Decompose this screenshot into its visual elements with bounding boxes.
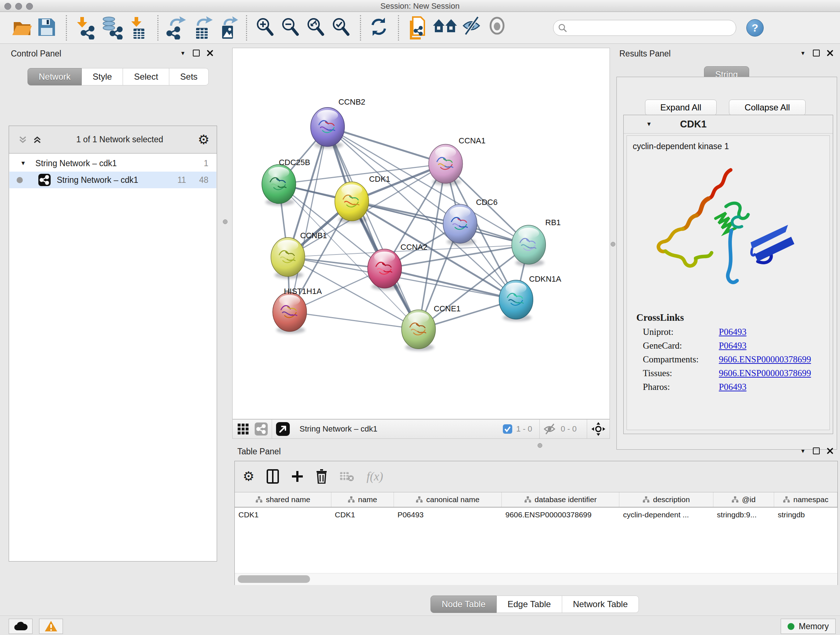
panel-float-icon[interactable]	[813, 448, 820, 454]
node-label-CCNA2: CCNA2	[401, 242, 427, 252]
crosslink-link[interactable]: P06493	[719, 340, 746, 351]
apply-layout-button[interactable]	[369, 16, 390, 40]
crosslink-row: Pharos:P06493	[643, 382, 829, 392]
table-cell[interactable]: CDK1	[332, 508, 394, 522]
tab-sets[interactable]: Sets	[169, 68, 209, 86]
crosslink-link[interactable]: 9606.ENSP00000378699	[719, 368, 811, 378]
hidden-eye-icon[interactable]	[543, 423, 557, 435]
tab-network[interactable]: Network	[27, 68, 82, 86]
import-table-button[interactable]	[128, 16, 149, 40]
hide-selected-button[interactable]	[462, 16, 483, 40]
table-cell[interactable]: 9606.ENSP00000378699	[502, 508, 619, 522]
column-header-shared-name[interactable]: shared name	[235, 492, 332, 507]
gear-icon[interactable]: ⚙	[198, 133, 210, 146]
import-network-from-database-button[interactable]	[100, 16, 124, 40]
tab-style[interactable]: Style	[82, 68, 123, 86]
save-icon	[37, 16, 57, 38]
node-RB1[interactable]: RB1	[512, 218, 561, 266]
node-CCNB2[interactable]: CCNB2	[311, 97, 365, 149]
tab-select[interactable]: Select	[123, 68, 169, 86]
crosslink-link[interactable]: P06493	[719, 382, 746, 392]
warnings-button[interactable]	[39, 619, 63, 634]
node-CDKN1A[interactable]: CDKN1A	[499, 274, 561, 321]
zoom-selected-button[interactable]	[331, 16, 352, 40]
table-cell[interactable]: stringdb:9...	[714, 508, 774, 522]
panel-menu-icon[interactable]: ▼	[800, 50, 806, 56]
collapse-all-button[interactable]: Collapse All	[729, 100, 806, 116]
zoom-fit-button[interactable]	[306, 16, 327, 40]
node-HIST1H1A[interactable]: HIST1H1A	[273, 287, 322, 334]
panel-menu-icon[interactable]: ▼	[180, 50, 186, 56]
memory-button[interactable]: Memory	[781, 619, 836, 634]
zoom-out-button[interactable]	[280, 16, 302, 40]
collapse-all-chevron-icon[interactable]	[19, 135, 27, 144]
panel-close-icon[interactable]	[827, 448, 833, 454]
network-collection-row[interactable]: ▼ String Network – cdk1 1	[9, 155, 216, 172]
zoom-in-button[interactable]	[255, 16, 276, 40]
column-header-canonical-name[interactable]: canonical name	[394, 492, 502, 507]
selected-checkbox-icon[interactable]	[502, 424, 513, 434]
node-CCNB1[interactable]: CCNB1	[271, 231, 327, 279]
control-panel: Control Panel ▼ NetworkStyleSelectSets 1…	[0, 44, 224, 615]
expand-all-button[interactable]: Expand All	[645, 100, 717, 116]
vertical-splitter-grip[interactable]	[223, 219, 227, 224]
column-header-namespac[interactable]: namespac	[774, 492, 837, 507]
tab-edge-table[interactable]: Edge Table	[497, 595, 562, 613]
edge-CDK1-RB1[interactable]	[352, 201, 529, 245]
edge-CCNB2-CCNE1[interactable]	[328, 127, 419, 329]
column-header-@id[interactable]: @id	[714, 492, 774, 507]
network-row-selected[interactable]: String Network – cdk1 11 48	[9, 172, 216, 188]
column-header-description[interactable]: description	[619, 492, 714, 507]
crosslink-link[interactable]: 9606.ENSP00000378699	[719, 355, 811, 364]
table-cell[interactable]: cyclin-dependent ...	[619, 508, 714, 522]
column-header-database-identifier[interactable]: database identifier	[502, 492, 619, 507]
panel-menu-icon[interactable]: ▼	[800, 448, 806, 454]
table-cell[interactable]: stringdb	[774, 508, 837, 522]
panel-float-icon[interactable]	[813, 50, 820, 57]
disclosure-triangle-icon[interactable]: ▼	[20, 160, 26, 166]
panel-close-icon[interactable]	[207, 50, 213, 56]
panel-float-icon[interactable]	[193, 50, 200, 57]
cloud-status-button[interactable]	[9, 619, 33, 634]
show-columns-icon[interactable]	[267, 469, 279, 484]
edge-CCNB2-CCNA1[interactable]	[328, 127, 446, 164]
table-cell[interactable]: P06493	[394, 508, 502, 522]
show-all-button[interactable]	[487, 16, 508, 40]
gene-section-header[interactable]: ▼ CDK1	[624, 115, 833, 134]
crosslink-link[interactable]: P06493	[719, 327, 746, 337]
detach-view-icon[interactable]	[276, 422, 290, 436]
disclosure-triangle-icon[interactable]: ▼	[646, 121, 652, 127]
import-network-button[interactable]	[75, 16, 96, 40]
network-canvas[interactable]: CCNB2CCNA1CDC25BCDK1CDC6RB1CCNB1CCNA2CDK…	[232, 48, 610, 419]
toolbar-divider	[587, 420, 587, 439]
first-neighbors-button[interactable]	[432, 16, 458, 40]
table-horizontal-scrollbar[interactable]	[235, 573, 837, 585]
grid-view-icon[interactable]	[237, 423, 249, 435]
search-input[interactable]	[567, 21, 736, 35]
export-image-button[interactable]	[217, 16, 238, 40]
table-cell[interactable]: CDK1	[235, 508, 332, 522]
help-button[interactable]: ?	[746, 19, 764, 36]
clone-network-button[interactable]	[407, 16, 428, 40]
panel-close-icon[interactable]	[827, 50, 833, 56]
network-view-icon[interactable]	[254, 422, 268, 436]
node-CDK1[interactable]: CDK1	[335, 174, 390, 223]
table-settings-gear-icon[interactable]: ⚙	[243, 470, 254, 483]
column-header-name[interactable]: name	[332, 492, 394, 507]
expand-all-chevron-icon[interactable]	[33, 135, 42, 144]
tab-node-table[interactable]: Node Table	[431, 595, 497, 613]
edge-CCNB2-HIST1H1A[interactable]	[290, 127, 328, 312]
table-row[interactable]: CDK1CDK1P064939606.ENSP00000378699cyclin…	[235, 508, 837, 522]
scrollbar-thumb[interactable]	[238, 575, 310, 583]
open-session-button[interactable]	[11, 16, 33, 40]
export-network-button[interactable]	[166, 16, 187, 40]
node-CCNA1[interactable]: CCNA1	[429, 136, 485, 185]
save-session-button[interactable]	[37, 16, 58, 40]
node-CDC25B[interactable]: CDC25B	[262, 158, 310, 206]
edge-HIST1H1A-CCNE1[interactable]	[290, 312, 418, 329]
add-column-icon[interactable]	[291, 470, 303, 483]
export-table-button[interactable]	[192, 16, 213, 40]
delete-column-icon[interactable]	[316, 469, 327, 484]
birds-eye-icon[interactable]	[591, 421, 606, 437]
tab-network-table[interactable]: Network Table	[562, 595, 639, 613]
